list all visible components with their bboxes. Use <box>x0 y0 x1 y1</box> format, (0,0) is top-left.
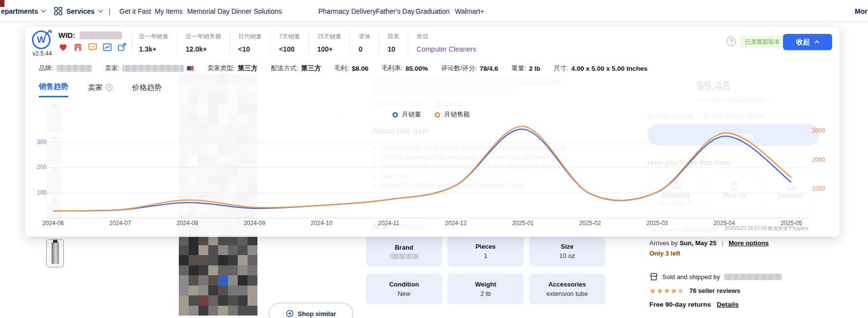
mosaic-cell <box>248 306 257 316</box>
sold-by-row: Sold and shipped by <box>649 273 782 281</box>
nav-item-memorial-day[interactable]: Memorial Day <box>187 0 229 22</box>
mosaic-cell <box>208 295 218 306</box>
seller-name-redacted[interactable] <box>724 274 782 280</box>
nav-item-graduation[interactable]: Graduation <box>416 0 449 22</box>
x-axis-tick: 2024-07 <box>103 220 138 227</box>
stock-warning: Only 3 left <box>649 250 680 257</box>
y-axis-tick-left: 300 <box>25 139 47 145</box>
chart-gridline <box>45 142 807 143</box>
seller-tool-panel: W v2.5.44 WID: 近一年销量1.3k+近一年销售额12.0k+日均销… <box>25 26 840 237</box>
mosaic-cell <box>238 255 248 265</box>
arrives-prefix: Arrives by <box>649 239 678 247</box>
nav-item-dinner-solutions[interactable]: Dinner Solutions <box>231 0 282 22</box>
mosaic-cell <box>228 275 238 286</box>
nav-item-my-items[interactable]: My Items <box>155 0 183 22</box>
spec-tile-weight[interactable]: Weight2 lb <box>448 274 524 304</box>
sales-trend-chart[interactable]: 1002003001000200030002024-062024-072024-… <box>25 27 840 236</box>
chart-gridline <box>45 193 807 193</box>
spec-tile-pieces[interactable]: Pieces1 <box>448 236 524 266</box>
mosaic-cell <box>248 265 257 276</box>
mosaic-cell <box>248 255 257 265</box>
chevron-down-icon <box>98 8 103 13</box>
mosaic-cell <box>248 245 257 256</box>
x-axis-tick: 2024-12 <box>439 220 473 227</box>
chart-watermark: 2025/5/23 08:57:09 数据来源于buybox <box>725 225 809 232</box>
mosaic-cell <box>179 306 189 316</box>
mosaic-cell <box>189 295 198 306</box>
spec-value: 10 oz <box>560 252 575 260</box>
returns-text: Free 90-day returns <box>649 301 711 308</box>
spec-tile-condition[interactable]: ConditionNew <box>366 274 442 304</box>
mosaic-cell <box>228 255 238 265</box>
spec-value: 2 lb <box>480 290 491 297</box>
nav-item-father-s-day[interactable]: Father's Day <box>376 0 415 22</box>
mosaic-cell <box>218 286 228 296</box>
mosaic-cell <box>198 295 208 306</box>
nav-more[interactable]: Mor <box>855 0 868 22</box>
mosaic-cell <box>218 245 228 256</box>
thumbnail-image-selected[interactable] <box>46 239 64 267</box>
mosaic-cell <box>179 265 189 276</box>
y-axis-tick-right: 1000 <box>812 185 825 192</box>
mosaic-cell <box>218 295 228 306</box>
mosaic-cell <box>218 265 228 276</box>
spec-label: Accessories <box>548 281 586 288</box>
mosaic-cell <box>218 255 228 265</box>
sold-by-text: Sold and shipped by <box>662 273 720 281</box>
mosaic-cell <box>189 275 198 286</box>
mosaic-cell <box>179 245 189 256</box>
seller-reviews-count[interactable]: 76 seller reviews <box>689 287 740 294</box>
spec-tile-size[interactable]: Size10 oz <box>529 236 605 266</box>
spec-label: Pieces <box>476 243 496 250</box>
shop-similar-icon <box>286 310 294 318</box>
x-axis-line <box>45 218 807 218</box>
mosaic-cell <box>208 245 218 256</box>
chart-lines <box>25 27 840 237</box>
more-label: Mor <box>855 7 868 15</box>
returns-details-link[interactable]: Details <box>717 301 738 308</box>
nav-services[interactable]: Services <box>54 0 102 22</box>
mosaic-cell <box>189 306 198 316</box>
mosaic-cell <box>228 245 238 256</box>
spec-value: New <box>397 290 410 297</box>
nav-divider: | <box>109 7 111 15</box>
mosaic-cell <box>228 306 238 316</box>
shop-similar-button[interactable]: Shop similar <box>269 303 353 318</box>
more-options-link[interactable]: More options <box>728 239 769 247</box>
spec-label: Size <box>560 243 573 250</box>
mosaic-cell <box>228 295 238 306</box>
mosaic-cell <box>179 295 189 306</box>
mosaic-cell <box>248 295 257 306</box>
mosaic-cell <box>228 286 238 296</box>
series-line-月销售额 <box>53 126 791 211</box>
mosaic-cell <box>248 275 257 286</box>
x-axis-tick: 2024-11 <box>371 220 406 227</box>
spec-label: Weight <box>475 281 496 288</box>
nav-item-walmart-[interactable]: Walmart+ <box>455 0 484 22</box>
y-axis-tick-left: 100 <box>25 189 47 196</box>
mosaic-cell <box>189 245 198 256</box>
mosaic-cell <box>198 265 208 276</box>
mosaic-cell <box>238 306 248 316</box>
mosaic-cell <box>238 295 248 306</box>
mosaic-cell <box>189 265 198 276</box>
grid-icon <box>54 7 62 15</box>
mosaic-cell <box>218 306 228 316</box>
mosaic-cell <box>208 255 218 265</box>
mosaic-cell <box>238 245 248 256</box>
mosaic-cell <box>218 275 228 286</box>
x-axis-tick: 2024-10 <box>305 220 339 227</box>
mosaic-cell <box>238 286 248 296</box>
x-axis-tick: 2025-02 <box>573 220 607 227</box>
mosaic-cell <box>248 286 257 296</box>
product-bottle-image <box>52 242 59 264</box>
nav-departments[interactable]: epartments <box>1 0 45 22</box>
mosaic-cell <box>189 255 198 265</box>
nav-item-get-it-fast[interactable]: Get it Fast <box>119 0 151 22</box>
x-axis-tick: 2025-03 <box>640 220 674 227</box>
spec-tile-accessories[interactable]: Accessoriesextension tube <box>529 274 605 304</box>
nav-item-pharmacy-delivery[interactable]: Pharmacy Delivery <box>318 0 376 22</box>
spec-tile-brand[interactable]: Brand <box>366 236 442 266</box>
walmart-top-nav: epartments Services | Get it FastMy Item… <box>0 0 868 22</box>
chart-gridline <box>45 167 807 168</box>
